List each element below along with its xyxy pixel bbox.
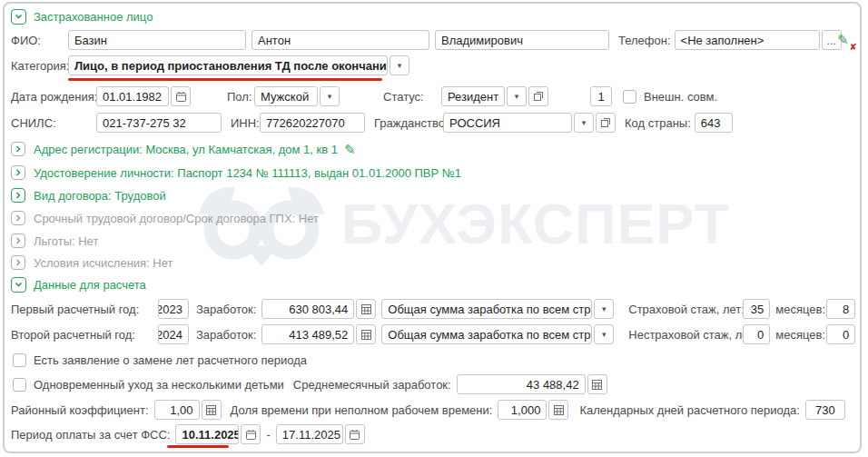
citizenship-label: Гражданство: [374, 116, 443, 130]
avg-earnings-label: Среднемесячный заработок: [293, 378, 451, 392]
region-coef-field[interactable]: 1,00 [154, 400, 200, 420]
year2-field[interactable]: 2024 [158, 324, 189, 344]
status-field[interactable]: Резидент [441, 86, 505, 106]
earnings1-type-field[interactable]: Общая сумма заработка по всем страхова [381, 299, 592, 319]
first-name-field[interactable]: Антон [252, 30, 429, 50]
region-coef-calculator-icon[interactable] [202, 400, 222, 420]
birth-calendar-icon[interactable] [171, 86, 191, 106]
expand-address-icon[interactable] [11, 142, 25, 156]
calc-section-title: Данные для расчета [34, 278, 146, 292]
inn-field[interactable]: 772620227070 [260, 113, 365, 133]
earnings1-calculator-icon[interactable] [356, 299, 376, 319]
benefits-link-text[interactable]: Льготы: Нет [34, 234, 98, 248]
birth-date-field[interactable]: 01.01.1982 [96, 86, 169, 106]
expand-benefits-icon[interactable] [11, 233, 25, 248]
identity-link-text[interactable]: Удостоверение личности: Паспорт 1234 № 1… [34, 166, 461, 180]
expand-identity-icon[interactable] [11, 165, 25, 180]
collapse-section-icon[interactable] [11, 9, 26, 25]
part-time-share-calculator-icon[interactable] [548, 400, 568, 420]
earnings2-type-dropdown-button[interactable]: ▾ [594, 324, 614, 344]
expand-fixed-term-icon[interactable] [11, 211, 25, 225]
part-time-share-label: Доля времени при неполном рабочем времен… [231, 403, 493, 417]
insured-exp-months-field[interactable]: 8 [826, 299, 855, 319]
fio-row: ФИО: Базин Антон Владимирович Телефон: <… [11, 30, 842, 50]
earnings1-label: Заработок: [196, 303, 256, 316]
gender-field[interactable]: Мужской [254, 86, 318, 106]
calc-days-label: Календарных дней расчетного периода: [579, 403, 800, 417]
conditions-section-row[interactable]: Условия исчисления: Нет [11, 254, 173, 271]
last-name-field[interactable]: Базин [68, 30, 246, 50]
edit-cancel-icon[interactable]: ✎ ✘ [837, 33, 853, 49]
noninsured-exp-label: Нестраховой стаж, лет: [628, 328, 739, 342]
citizenship-open-icon[interactable] [596, 113, 616, 133]
earnings2-type-field[interactable]: Общая сумма заработка по всем страхова [381, 324, 592, 344]
replace-years-row: Есть заявление о замене лет расчетного п… [11, 352, 307, 368]
watermark-text: БУХЭКСПЕРТ [341, 195, 730, 253]
expand-contract-icon[interactable] [11, 188, 25, 203]
status-code-field[interactable]: 1 [590, 86, 612, 106]
multi-children-checkbox[interactable] [13, 378, 26, 392]
country-code-field[interactable]: 643 [695, 113, 733, 133]
earnings1-type-dropdown-button[interactable]: ▾ [594, 299, 614, 319]
status-open-icon[interactable] [528, 86, 548, 106]
conditions-link-text[interactable]: Условия исчисления: Нет [34, 256, 173, 270]
fss-from-calendar-icon[interactable] [241, 424, 261, 444]
region-coef-label: Районный коэффициент: [11, 403, 149, 417]
snils-field[interactable]: 021-737-275 32 [96, 113, 222, 133]
expand-conditions-icon[interactable] [11, 255, 25, 270]
pencil-icon: ✎ [837, 32, 849, 47]
avg-earnings-calculator-icon[interactable] [587, 374, 607, 394]
earnings2-field[interactable]: 413 489,52 [261, 324, 354, 344]
phone-label: Телефон: [618, 34, 671, 47]
part-time-share-field[interactable]: 1,000 [498, 400, 547, 420]
external-worker-checkbox[interactable] [623, 90, 636, 104]
snils-label: СНИЛС: [11, 116, 96, 130]
earnings1-field[interactable]: 630 803,44 [261, 299, 354, 319]
fss-to-calendar-icon[interactable] [345, 424, 365, 444]
year1-field[interactable]: 2023 [158, 299, 189, 319]
category-dropdown-button[interactable]: ▾ [390, 55, 409, 75]
calc-days-field[interactable]: 730 [805, 400, 845, 420]
gender-dropdown-button[interactable]: ▾ [320, 86, 340, 106]
category-field[interactable]: Лицо, в период приостановления ТД после … [68, 55, 388, 75]
inn-label: ИНН: [231, 116, 260, 130]
year1-row: Первый расчетный год: 2023 Заработок: 63… [11, 299, 855, 319]
citizenship-field[interactable]: РОССИЯ [443, 113, 572, 133]
contract-type-section-row[interactable]: Вид договора: Трудовой [11, 187, 166, 204]
replace-years-label: Есть заявление о замене лет расчетного п… [34, 353, 307, 367]
insured-exp-years-field[interactable]: 35 [743, 299, 770, 319]
category-row: Категория: Лицо, в период приостановлени… [11, 55, 409, 75]
year2-label: Второй расчетный год: [11, 328, 154, 342]
red-marker-underline-category [68, 78, 382, 81]
edit-address-pencil-icon[interactable]: ✎ [344, 143, 356, 156]
collapse-calc-section-icon[interactable] [11, 277, 26, 293]
citizenship-dropdown-button[interactable]: ▾ [574, 113, 594, 133]
replace-years-checkbox[interactable] [13, 353, 26, 367]
fss-period-separator: - [266, 428, 270, 442]
address-link-text[interactable]: Адрес регистрации: Москва, ул Камчатская… [34, 143, 338, 156]
section-title: Застрахованное лицо [34, 10, 153, 24]
gender-label: Пол: [227, 90, 254, 104]
middle-name-field[interactable]: Владимирович [435, 30, 609, 50]
fss-period-to-field[interactable]: 17.11.2025 [276, 424, 343, 444]
avg-earnings-field[interactable]: 43 488,42 [457, 374, 586, 394]
fixed-term-link-text[interactable]: Срочный трудовой договор/Срок договора Г… [34, 212, 319, 225]
insured-section-header: Застрахованное лицо [11, 6, 153, 26]
birth-row: Дата рождения: 01.01.1982 Пол: Мужской ▾… [11, 86, 717, 106]
noninsured-exp-months-field[interactable]: 0 [826, 324, 855, 344]
category-label: Категория: [11, 59, 68, 73]
fixed-term-section-row[interactable]: Срочный трудовой договор/Срок договора Г… [11, 210, 319, 226]
earnings2-calculator-icon[interactable] [356, 324, 376, 344]
address-section-row[interactable]: Адрес регистрации: Москва, ул Камчатская… [11, 141, 355, 157]
multi-children-row: Одновременный уход за несколькими детьми… [11, 374, 607, 394]
status-dropdown-button[interactable]: ▾ [507, 86, 527, 106]
benefits-section-row[interactable]: Льготы: Нет [11, 233, 98, 249]
identity-section-row[interactable]: Удостоверение личности: Паспорт 1234 № 1… [11, 164, 461, 181]
red-marker-underline-fss [167, 445, 229, 448]
contract-link-text[interactable]: Вид договора: Трудовой [34, 189, 166, 203]
phone-field[interactable]: <Не заполнен> [675, 30, 820, 50]
fss-period-from-field[interactable]: 10.11.2025 [175, 424, 239, 444]
multi-children-label: Одновременный уход за несколькими детьми [34, 378, 284, 392]
noninsured-exp-years-field[interactable]: 0 [743, 324, 770, 344]
x-mark-icon: ✘ [850, 42, 857, 52]
